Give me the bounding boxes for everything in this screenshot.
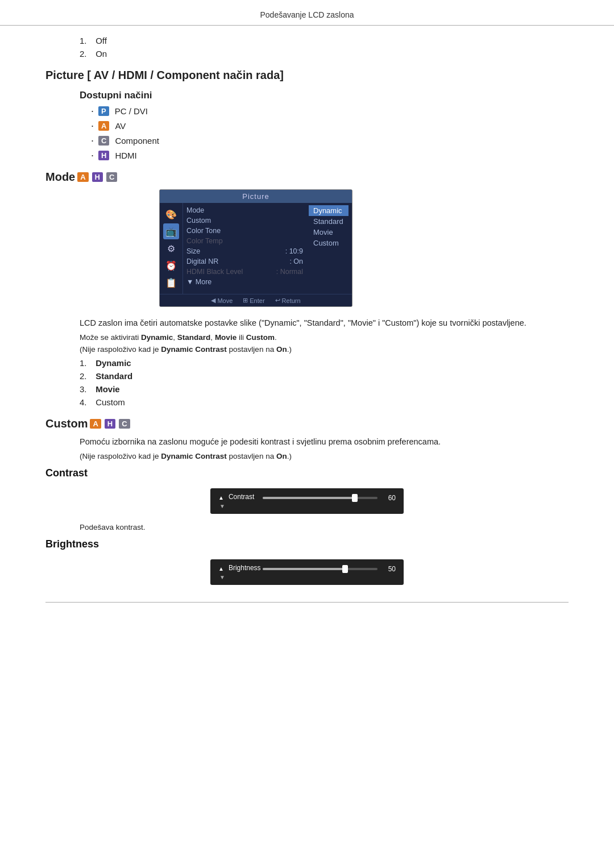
dostupni-heading: Dostupni načini [80, 90, 569, 101]
menu-body: 🎨 📺 ⚙ ⏰ 📋 Mode Custom [160, 203, 352, 294]
dropdown-movie: Movie [309, 227, 349, 238]
brightness-arrows: ▲ [218, 566, 224, 572]
brightness-slider-thumb [342, 565, 348, 573]
contrast-slider-wrap: ▲ Contrast 60 ▼ [210, 488, 404, 514]
list-item-pcdvi: · P PC / DVI [91, 106, 569, 116]
dropdown-standard: Standard [309, 216, 349, 227]
mode-list-item-standard: 2. Standard [80, 371, 569, 381]
list-item: 2. On [80, 49, 569, 59]
list-item: 1. Off [80, 36, 569, 45]
contrast-slider-fill [263, 497, 355, 499]
mode-heading: Mode A H C [45, 171, 569, 184]
up-arrow-icon: ▲ [218, 495, 224, 501]
menu-title: Picture [160, 190, 352, 203]
badge-h: H [98, 151, 109, 160]
bullet: · [91, 135, 94, 146]
item-on: On [96, 49, 107, 59]
mode-list: 1. Dynamic 2. Standard 3. Movie 4. Custo… [80, 358, 569, 407]
bullet: · [91, 121, 94, 131]
brightness-slider-wrap: ▲ Brightness 50 ▼ [210, 559, 404, 585]
mode-body-text2: Može se aktivirati Dynamic, Standard, Mo… [80, 333, 569, 342]
custom-heading: Custom A H C [45, 417, 569, 430]
menu-screenshot: Picture 🎨 📺 ⚙ ⏰ 📋 Mode [159, 189, 352, 307]
dropdown-dynamic: Dynamic [309, 205, 349, 216]
custom-label: Custom [96, 397, 125, 407]
badge-a: A [98, 121, 109, 131]
movie-label: Movie [96, 384, 120, 394]
up-arrow-brightness-icon: ▲ [218, 566, 224, 572]
badge-h-mode: H [92, 172, 103, 182]
intro-list: 1. Off 2. On [80, 36, 569, 59]
contrast-slider-value: 60 [382, 494, 396, 502]
contrast-slider-label: Contrast [229, 493, 263, 501]
bullet: · [91, 150, 94, 160]
mode-list-item-movie: 3. Movie [80, 384, 569, 394]
mode-list-item-custom: 4. Custom [80, 397, 569, 407]
menu-rows-left: Mode Custom Color Tone Color Temp [186, 205, 303, 287]
brightness-heading: Brightness [45, 538, 569, 550]
badge-p: P [98, 106, 109, 116]
label-component: Component [115, 136, 159, 146]
menu-row-digitalnr: Digital NR : On [186, 256, 303, 267]
mode-list-item-dynamic: 1. Dynamic [80, 358, 569, 368]
brightness-slider-track[interactable] [263, 568, 377, 570]
down-arrow-icon: ▼ [219, 503, 225, 509]
list-item-av: · A AV [91, 121, 569, 131]
menu-footer: ◀ Move ⊞ Enter ↩ Return [160, 294, 352, 306]
badge-a-custom: A [90, 419, 101, 429]
item-off: Off [96, 36, 107, 45]
standard-label: Standard [96, 371, 132, 381]
bottom-divider [45, 602, 569, 603]
return-label: Return [282, 297, 301, 304]
brightness-slider-value: 50 [382, 565, 396, 573]
dropdown-custom: Custom [309, 238, 349, 248]
menu-row-size: Size : 10:9 [186, 246, 303, 256]
label-av: AV [115, 121, 126, 131]
footer-move: ◀ Move [211, 297, 233, 304]
contrast-slider-row: ▲ Contrast 60 [218, 493, 396, 503]
contrast-heading: Contrast [45, 467, 569, 479]
menu-row-custom: Custom [186, 215, 303, 226]
label-hdmi: HDMI [115, 151, 136, 160]
contrast-arrows: ▲ [218, 495, 224, 501]
list-item-component: · C Component [91, 135, 569, 146]
badge-c: C [98, 136, 109, 146]
dynamic-label: Dynamic [96, 358, 131, 368]
brightness-slider-fill [263, 568, 346, 570]
menu-icons-col: 🎨 📺 ⚙ ⏰ 📋 [160, 203, 183, 294]
menu-dropdown-wrap: Mode Custom Color Tone Color Temp [186, 205, 349, 287]
mode-body-note: (Nije raspoloživo kad je Dynamic Contras… [80, 345, 569, 354]
menu-rows-wrap: Mode Custom Color Tone Color Temp [183, 203, 352, 294]
footer-enter: ⊞ Enter [243, 297, 264, 304]
custom-label-heading: Custom [45, 417, 88, 430]
contrast-slider-track[interactable] [263, 497, 377, 499]
bullet: · [91, 106, 94, 116]
footer-return: ↩ Return [275, 297, 301, 304]
contrast-section: Contrast ▲ Contrast 60 ▼ Podešava kontra… [45, 467, 569, 531]
list-item-hdmi: · H HDMI [91, 150, 569, 160]
icon-picture: 🎨 [163, 206, 179, 222]
contrast-slider-thumb [352, 494, 358, 502]
contrast-body-text: Podešava kontrast. [80, 523, 569, 531]
menu-dropdown: Dynamic Standard Movie Custom [309, 205, 349, 287]
label-pcdvi: PC / DVI [115, 106, 148, 116]
custom-body-note: (Nije raspoloživo kad je Dynamic Contras… [80, 452, 569, 460]
icon-clock: ⏰ [163, 258, 179, 273]
menu-row-hdmiblack: HDMI Black Level : Normal [186, 267, 303, 277]
badge-c-custom: C [119, 419, 130, 429]
down-arrow-brightness-icon: ▼ [219, 574, 225, 580]
dostupni-list: · P PC / DVI · A AV · C Component · H HD… [91, 106, 569, 160]
menu-row-colortone: Color Tone [186, 226, 303, 236]
icon-settings: ⚙ [163, 240, 179, 256]
brightness-section: Brightness ▲ Brightness 50 ▼ [45, 538, 569, 585]
custom-body-text: Pomoću izbornika na zaslonu moguće je po… [80, 436, 569, 448]
return-icon: ↩ [275, 297, 280, 304]
move-icon: ◀ [211, 297, 215, 304]
mode-body-text: LCD zaslon ima četiri automatske postavk… [80, 317, 569, 330]
icon-active: 📺 [163, 223, 179, 239]
brightness-slider-label: Brightness [229, 564, 263, 572]
page-title: Podešavanje LCD zaslona [260, 10, 354, 19]
menu-row-more: ▼ More [186, 277, 303, 287]
badge-a-mode: A [77, 172, 88, 182]
enter-label: Enter [250, 297, 264, 304]
